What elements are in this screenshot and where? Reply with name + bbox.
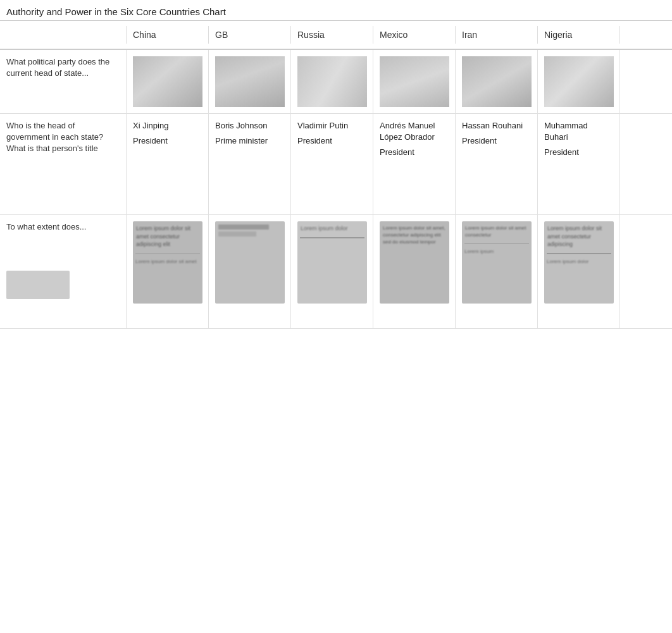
mexico-leader-name: Andrés Manuel López Obrador — [380, 120, 449, 143]
china-hog-cell: Xi Jinping President — [127, 114, 209, 214]
gb-party-image — [215, 56, 285, 107]
gb-leader-title: Prime minister — [215, 135, 284, 147]
gb-extent-cell — [209, 215, 291, 328]
gb-leader-name: Boris Johnson — [215, 120, 284, 132]
china-leader-name: Xi Jinping — [133, 120, 202, 132]
political-party-row: What political party does the current he… — [0, 50, 672, 114]
gb-hog-cell: Boris Johnson Prime minister — [209, 114, 291, 214]
china-header: China — [127, 26, 209, 44]
extent-question: To what extent does... — [0, 215, 127, 328]
russia-hog-cell: Vladimir Putin President — [291, 114, 373, 214]
gb-party-cell — [209, 50, 291, 113]
nigeria-party-cell — [538, 50, 620, 113]
iran-party-cell — [456, 50, 538, 113]
china-party-image — [133, 56, 202, 107]
title-text: Authority and Power in the Six Core Coun… — [6, 6, 226, 17]
main-table: Authority and Power in the Six Core Coun… — [0, 0, 672, 329]
russia-extent-cell: Lorem ipsum dolor — [291, 215, 373, 328]
iran-party-image — [462, 56, 532, 107]
mexico-hog-cell: Andrés Manuel López Obrador President — [373, 114, 456, 214]
mexico-party-cell — [373, 50, 456, 113]
nigeria-party-image — [544, 56, 614, 107]
nigeria-extent-cell: Lorem ipsum dolor sit amet consectetur a… — [538, 215, 620, 328]
china-extent-cell: Lorem ipsum dolor sit amet consectetur a… — [127, 215, 209, 328]
nigeria-extent-image: Lorem ipsum dolor sit amet consectetur a… — [544, 221, 614, 304]
political-party-question: What political party does the current he… — [0, 50, 127, 113]
iran-header: Iran — [456, 26, 538, 44]
nigeria-leader-title: President — [544, 147, 613, 158]
china-leader-title: President — [133, 135, 202, 147]
question-col-header — [0, 26, 127, 44]
china-extent-image: Lorem ipsum dolor sit amet consectetur a… — [133, 221, 202, 304]
china-party-cell — [127, 50, 209, 113]
iran-extent-cell: Lorem ipsum dolor sit amet consectetur L… — [456, 215, 538, 328]
mexico-extent-cell: Lorem ipsum dolor sit amet, consectetur … — [373, 215, 456, 328]
nigeria-hog-cell: Muhammad Buhari President — [538, 114, 620, 214]
nigeria-leader-name: Muhammad Buhari — [544, 120, 613, 143]
mexico-header: Mexico — [373, 26, 456, 44]
extent-question-note — [6, 271, 70, 299]
russia-leader-title: President — [297, 135, 366, 147]
iran-leader-title: President — [462, 135, 531, 147]
russia-party-cell — [291, 50, 373, 113]
iran-extent-image: Lorem ipsum dolor sit amet consectetur L… — [462, 221, 532, 304]
russia-leader-name: Vladimir Putin — [297, 120, 366, 132]
mexico-extent-image: Lorem ipsum dolor sit amet, consectetur … — [380, 221, 449, 304]
gb-header: GB — [209, 26, 291, 44]
russia-party-image — [297, 56, 367, 107]
iran-leader-name: Hassan Rouhani — [462, 120, 531, 132]
iran-hog-cell: Hassan Rouhani President — [456, 114, 538, 214]
gb-extent-image — [215, 221, 285, 304]
mexico-party-image — [380, 56, 449, 107]
head-of-government-row: Who is the head of government in each st… — [0, 114, 672, 215]
russia-header: Russia — [291, 26, 373, 44]
head-of-govt-question: Who is the head of government in each st… — [0, 114, 127, 214]
nigeria-header: Nigeria — [538, 26, 620, 44]
main-title: Authority and Power in the Six Core Coun… — [0, 0, 672, 21]
russia-extent-image: Lorem ipsum dolor — [297, 221, 367, 304]
extent-row: To what extent does... Lorem ipsum dolor… — [0, 215, 672, 329]
column-headers: China GB Russia Mexico Iran Nigeria — [0, 21, 672, 50]
mexico-leader-title: President — [380, 147, 449, 158]
